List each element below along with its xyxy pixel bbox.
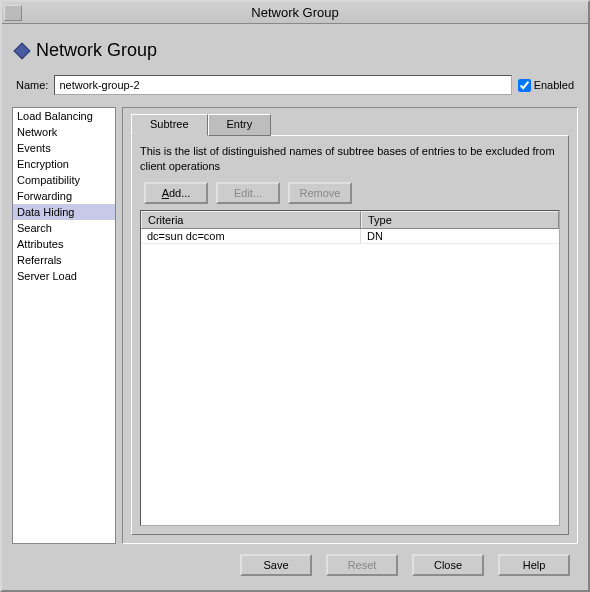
enabled-checkbox-wrap: Enabled [518, 79, 574, 92]
remove-button[interactable]: Remove [288, 182, 352, 204]
name-row: Name: Enabled [12, 73, 578, 107]
add-button[interactable]: Add... [144, 182, 208, 204]
nav-item-search[interactable]: Search [13, 220, 115, 236]
tab-subtree[interactable]: Subtree [131, 114, 208, 136]
table-row[interactable]: dc=sun dc=comDN [141, 229, 559, 244]
col-type[interactable]: Type [361, 211, 559, 228]
subtree-description: This is the list of distinguished names … [140, 144, 560, 174]
name-input[interactable] [54, 75, 511, 95]
nav-item-server-load[interactable]: Server Load [13, 268, 115, 284]
table-header: Criteria Type [141, 211, 559, 229]
criteria-table: Criteria Type dc=sun dc=comDN [140, 210, 560, 526]
tab-body-subtree: This is the list of distinguished names … [131, 135, 569, 535]
main-row: Load BalancingNetworkEventsEncryptionCom… [12, 107, 578, 544]
cell-type: DN [361, 229, 559, 243]
nav-item-compatibility[interactable]: Compatibility [13, 172, 115, 188]
enabled-checkbox[interactable] [518, 79, 531, 92]
footer-buttons: Save Reset Close Help [12, 544, 578, 582]
cell-criteria: dc=sun dc=com [141, 229, 361, 243]
tabstrip: SubtreeEntry [131, 114, 569, 136]
page-title: Network Group [36, 40, 157, 61]
name-label: Name: [16, 79, 48, 91]
close-button[interactable]: Close [412, 554, 484, 576]
nav-item-events[interactable]: Events [13, 140, 115, 156]
save-button[interactable]: Save [240, 554, 312, 576]
page-header: Network Group [12, 32, 578, 73]
detail-panel: SubtreeEntry This is the list of disting… [122, 107, 578, 544]
diamond-icon [14, 42, 31, 59]
subtree-button-row: Add... Edit... Remove [140, 182, 560, 204]
nav-item-forwarding[interactable]: Forwarding [13, 188, 115, 204]
nav-item-encryption[interactable]: Encryption [13, 156, 115, 172]
window: Network Group Network Group Name: Enable… [0, 0, 590, 592]
nav-panel: Load BalancingNetworkEventsEncryptionCom… [12, 107, 116, 544]
col-criteria[interactable]: Criteria [141, 211, 361, 228]
reset-button[interactable]: Reset [326, 554, 398, 576]
enabled-label: Enabled [534, 79, 574, 91]
table-body: dc=sun dc=comDN [141, 229, 559, 244]
edit-button[interactable]: Edit... [216, 182, 280, 204]
nav-item-load-balancing[interactable]: Load Balancing [13, 108, 115, 124]
nav-item-referrals[interactable]: Referrals [13, 252, 115, 268]
content-area: Network Group Name: Enabled Load Balanci… [2, 24, 588, 590]
tab-entry[interactable]: Entry [208, 114, 272, 136]
nav-item-attributes[interactable]: Attributes [13, 236, 115, 252]
window-title: Network Group [2, 5, 588, 20]
titlebar: Network Group [2, 2, 588, 24]
nav-item-data-hiding[interactable]: Data Hiding [13, 204, 115, 220]
nav-item-network[interactable]: Network [13, 124, 115, 140]
help-button[interactable]: Help [498, 554, 570, 576]
